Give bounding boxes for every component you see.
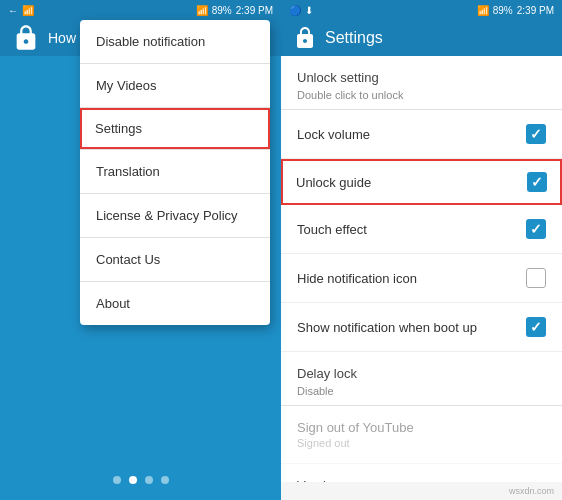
setting-hide-notification[interactable]: Hide notification icon — [281, 254, 562, 303]
status-bar-right-right: 📶 89% 2:39 PM — [477, 5, 554, 16]
check-icon-5: ✓ — [530, 320, 542, 334]
youtube-signout-sub: Signed out — [297, 437, 414, 449]
menu-item-contact[interactable]: Contact Us — [80, 238, 270, 281]
dot-1 — [113, 476, 121, 484]
menu-item-my-videos[interactable]: My Videos — [80, 64, 270, 107]
lock-volume-checkbox[interactable]: ✓ — [526, 124, 546, 144]
setting-lock-volume[interactable]: Lock volume ✓ — [281, 110, 562, 159]
touch-effect-label: Touch effect — [297, 222, 367, 237]
youtube-signout-label: Sign out of YouTube — [297, 420, 414, 435]
right-panel: Settings 🔵 ⬇ 📶 89% 2:39 PM Unlock settin… — [281, 0, 562, 500]
dropdown-menu: Disable notification My Videos Settings … — [80, 20, 270, 325]
settings-list: Unlock setting Double click to unlock Lo… — [281, 56, 562, 482]
menu-item-settings[interactable]: Settings — [80, 108, 270, 149]
menu-item-translation[interactable]: Translation — [80, 150, 270, 193]
wifi-icon: 📶 — [196, 5, 208, 16]
battery-right: 89% — [493, 5, 513, 16]
watermark: wsxdn.com — [281, 482, 562, 500]
time-right: 2:39 PM — [517, 5, 554, 16]
touch-effect-checkbox[interactable]: ✓ — [526, 219, 546, 239]
signal-icon: 📶 — [22, 5, 34, 16]
status-right-left: 📶 89% 2:39 PM — [196, 5, 273, 16]
settings-header-icon — [293, 26, 317, 50]
dot-2 — [129, 476, 137, 484]
version-header: Version — [281, 464, 562, 482]
delay-lock-sub: Disable — [281, 385, 562, 405]
status-bar-right-left: 🔵 ⬇ — [289, 5, 313, 16]
check-icon-2: ✓ — [531, 175, 543, 189]
dot-4 — [161, 476, 169, 484]
unlock-guide-checkbox[interactable]: ✓ — [527, 172, 547, 192]
menu-item-license[interactable]: License & Privacy Policy — [80, 194, 270, 237]
pagination-dots — [0, 476, 281, 484]
unlock-guide-label: Unlock guide — [296, 175, 371, 190]
status-bar-left: ← 📶 📶 89% 2:39 PM — [0, 0, 281, 20]
check-icon-1: ✓ — [530, 127, 542, 141]
lock-volume-label: Lock volume — [297, 127, 370, 142]
status-bar-right: 🔵 ⬇ 📶 89% 2:39 PM — [281, 0, 562, 20]
unlock-setting-sub: Double click to unlock — [281, 89, 562, 109]
unlock-setting-header: Unlock setting — [281, 56, 562, 89]
show-boot-notification-label: Show notification when boot up — [297, 320, 477, 335]
boot-notification-checkbox[interactable]: ✓ — [526, 317, 546, 337]
left-panel: ← 📶 📶 89% 2:39 PM How to use Lock app — [0, 0, 281, 500]
time-left: 2:39 PM — [236, 5, 273, 16]
youtube-signout-labels: Sign out of YouTube Signed out — [297, 420, 414, 449]
setting-unlock-guide[interactable]: Unlock guide ✓ — [281, 159, 562, 205]
menu-item-disable-notification[interactable]: Disable notification — [80, 20, 270, 63]
check-icon-3: ✓ — [530, 222, 542, 236]
battery-text: 89% — [212, 5, 232, 16]
hide-notification-checkbox[interactable] — [526, 268, 546, 288]
dot-3 — [145, 476, 153, 484]
status-left-icons: ← 📶 — [8, 5, 34, 16]
setting-touch-effect[interactable]: Touch effect ✓ — [281, 205, 562, 254]
delay-lock-header: Delay lock — [281, 352, 562, 385]
signal-icon-right: 📶 — [477, 5, 489, 16]
setting-show-boot-notification[interactable]: Show notification when boot up ✓ — [281, 303, 562, 352]
download-icon: ⬇ — [305, 5, 313, 16]
right-header-label: Settings — [325, 29, 383, 47]
menu-item-about[interactable]: About — [80, 282, 270, 325]
hide-notification-label: Hide notification icon — [297, 271, 417, 286]
lock-header-icon — [12, 24, 40, 52]
back-icon: ← — [8, 5, 18, 16]
setting-youtube-signout: Sign out of YouTube Signed out — [281, 406, 562, 464]
notification-icon: 🔵 — [289, 5, 301, 16]
